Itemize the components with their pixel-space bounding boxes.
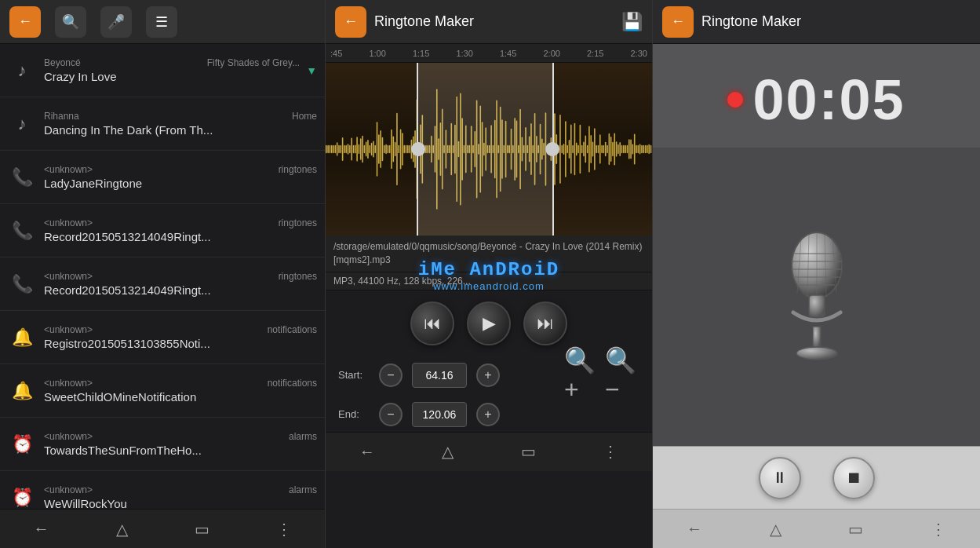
svg-rect-12: [348, 144, 349, 155]
svg-rect-29: [378, 134, 380, 164]
svg-rect-134: [569, 140, 570, 159]
nav-recent[interactable]: ▭: [195, 520, 209, 539]
svg-rect-172: [638, 145, 639, 153]
nav-back[interactable]: ←: [687, 520, 702, 538]
nav-home[interactable]: △: [116, 520, 128, 539]
song-list: ♪BeyoncéFifty Shades of Grey...Crazy In …: [0, 44, 325, 509]
nav-more[interactable]: ⋮: [603, 442, 618, 461]
svg-rect-37: [393, 137, 395, 163]
song-artist: <unknown>: [44, 217, 93, 228]
svg-rect-129: [559, 115, 561, 184]
svg-rect-25: [371, 143, 373, 156]
start-label: Start:: [338, 369, 370, 381]
end-control-row: End: − +: [326, 397, 652, 432]
play-icon: ▶: [483, 313, 496, 334]
svg-rect-24: [369, 145, 370, 153]
nav-recent[interactable]: ▭: [848, 520, 863, 539]
song-list-item[interactable]: ♪BeyoncéFifty Shades of Grey...Crazy In …: [0, 44, 325, 97]
svg-rect-28: [377, 122, 378, 177]
svg-rect-158: [612, 142, 614, 156]
nav-back[interactable]: ←: [34, 520, 49, 538]
song-list-item[interactable]: ♪RihannaHomeDancing In The Dark (From Th…: [0, 97, 325, 151]
svg-rect-16: [355, 144, 356, 153]
song-type-icon: ♪: [8, 110, 36, 138]
end-label: End:: [338, 408, 370, 420]
song-title: Crazy In Love: [44, 70, 300, 83]
song-list-item[interactable]: 📞<unknown>ringtonesRecord20150513214049R…: [0, 258, 325, 311]
fast-forward-button[interactable]: ⏭: [523, 301, 567, 345]
save-icon[interactable]: 💾: [621, 12, 643, 32]
svg-rect-191: [809, 295, 825, 317]
song-list-item[interactable]: 📞<unknown>ringtonesRecord20150513214049R…: [0, 204, 325, 258]
song-folder: ringtones: [279, 217, 317, 228]
nav-back[interactable]: ←: [359, 443, 375, 461]
svg-rect-21: [364, 145, 366, 153]
song-list-item[interactable]: 📞<unknown>ringtonesLadyJaneRingtone: [0, 151, 325, 204]
back-icon: ←: [18, 13, 32, 30]
maker-bottom-nav: ← △ ▭ ⋮: [326, 432, 652, 471]
svg-rect-31: [382, 137, 384, 162]
svg-rect-11: [345, 145, 347, 153]
svg-rect-150: [598, 145, 599, 153]
svg-rect-30: [380, 130, 381, 168]
plus-icon: +: [484, 407, 491, 422]
svg-rect-138: [576, 143, 577, 156]
wave-handle-right[interactable]: [545, 142, 559, 156]
timeline-label: 1:00: [369, 49, 385, 58]
end-decrease-button[interactable]: −: [379, 403, 403, 426]
microphone-icon: [770, 226, 864, 367]
song-list-item[interactable]: 🔔<unknown>notificationsSweetChildOMineNo…: [0, 364, 325, 418]
end-increase-button[interactable]: +: [476, 403, 500, 426]
song-meta: <unknown>notificationsRegistro2015051310…: [44, 324, 317, 350]
svg-rect-32: [384, 145, 385, 153]
play-button[interactable]: ▶: [467, 301, 511, 345]
start-input[interactable]: [412, 363, 467, 388]
stop-button[interactable]: ⏹: [832, 457, 875, 499]
svg-rect-133: [567, 145, 568, 153]
song-folder: notifications: [268, 378, 317, 389]
song-list-item[interactable]: ⏰<unknown>alarmsTowardsTheSunFromTheHo..…: [0, 418, 325, 471]
svg-rect-141: [581, 145, 583, 153]
toolbar: ← 🔍 🎤 ☰: [0, 0, 325, 44]
song-type-icon: ⏰: [8, 484, 36, 510]
zoom-in-button[interactable]: 🔍+: [564, 358, 599, 393]
nav-more[interactable]: ⋮: [931, 520, 946, 539]
waveform-container[interactable]: [326, 63, 652, 236]
song-expand-arrow[interactable]: ▼: [306, 64, 317, 77]
svg-rect-44: [406, 145, 407, 153]
back-icon: ←: [671, 13, 685, 30]
rewind-button[interactable]: ⏮: [410, 301, 454, 345]
song-type-icon: ⏰: [8, 430, 36, 458]
svg-rect-132: [565, 121, 567, 177]
file-path: /storage/emulated/0/qqmusic/song/Beyoncé…: [326, 236, 652, 272]
mic-button[interactable]: 🎤: [100, 6, 132, 38]
song-folder: Fifty Shades of Grey...: [207, 57, 301, 68]
svg-rect-168: [630, 140, 632, 159]
svg-rect-192: [813, 327, 821, 349]
end-input[interactable]: [412, 402, 467, 427]
nav-recent[interactable]: ▭: [521, 442, 536, 461]
song-title: Dancing In The Dark (From Th...: [44, 123, 317, 137]
svg-rect-157: [610, 137, 612, 162]
svg-rect-130: [561, 145, 563, 153]
nav-more[interactable]: ⋮: [276, 520, 292, 539]
song-list-item[interactable]: ⏰<unknown>alarmsWeWillRockYou: [0, 471, 325, 509]
svg-rect-3: [331, 145, 333, 153]
wave-handle-left[interactable]: [411, 142, 425, 156]
wave-selection[interactable]: [417, 63, 554, 236]
start-decrease-button[interactable]: −: [379, 364, 403, 387]
nav-home[interactable]: △: [770, 520, 781, 539]
back-button[interactable]: ←: [9, 6, 41, 38]
recorder-back-button[interactable]: ←: [662, 6, 694, 38]
mic-icon: 🎤: [107, 13, 125, 31]
search-button[interactable]: 🔍: [55, 6, 86, 38]
song-artist: <unknown>: [44, 378, 93, 389]
maker-back-button[interactable]: ←: [335, 6, 366, 38]
pause-button[interactable]: ⏸: [759, 457, 801, 499]
start-increase-button[interactable]: +: [476, 364, 500, 387]
svg-rect-13: [349, 145, 351, 153]
nav-home[interactable]: △: [442, 442, 454, 461]
menu-button[interactable]: ☰: [146, 6, 177, 38]
song-list-item[interactable]: 🔔<unknown>notificationsRegistro201505131…: [0, 311, 325, 364]
zoom-out-button[interactable]: 🔍−: [605, 358, 639, 393]
